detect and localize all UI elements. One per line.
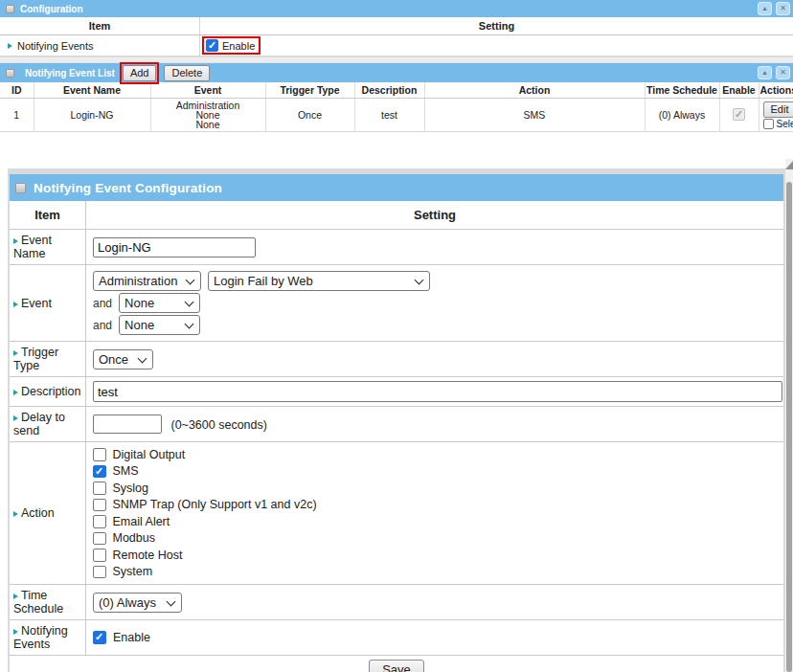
delay-input[interactable] bbox=[93, 414, 162, 434]
dialog-notifying-events-label-cell: Notifying Events bbox=[10, 620, 86, 655]
configuration-panel-header: Configuration ▴ ✕ bbox=[0, 0, 793, 17]
cell-trigger-type: Once bbox=[265, 99, 354, 132]
close-icon[interactable]: ✕ bbox=[776, 2, 790, 15]
row-enable-checkbox bbox=[733, 108, 745, 121]
col-event-name: Event Name bbox=[34, 82, 150, 99]
scroll-up-icon[interactable] bbox=[785, 161, 793, 169]
event-select-line-3: and None bbox=[93, 315, 780, 335]
dialog-table-header: Item Setting bbox=[10, 201, 783, 230]
event-name-label-cell: Event Name bbox=[10, 230, 86, 264]
description-row: Description bbox=[10, 377, 783, 407]
row-select-checkbox[interactable] bbox=[763, 119, 774, 129]
event-and-select-1[interactable]: None bbox=[119, 293, 200, 313]
description-input[interactable] bbox=[93, 381, 782, 402]
panel-header-buttons: ▴ ✕ bbox=[758, 66, 790, 79]
configuration-table-header: Item Setting bbox=[0, 17, 793, 35]
description-label: Description bbox=[21, 385, 81, 398]
action-checkbox[interactable] bbox=[93, 499, 106, 512]
action-option: Remote Host bbox=[93, 547, 780, 564]
chevron-down-icon bbox=[167, 596, 176, 606]
event-name-row: Event Name bbox=[10, 230, 783, 265]
close-icon[interactable]: ✕ bbox=[776, 66, 790, 79]
action-checkbox[interactable] bbox=[93, 515, 106, 528]
time-schedule-row: Time Schedule (0) Always bbox=[10, 585, 783, 620]
row-arrow-icon bbox=[13, 390, 18, 395]
action-option: Syslog bbox=[93, 480, 780, 497]
add-button[interactable]: Add bbox=[123, 65, 157, 81]
and-label: and bbox=[93, 297, 112, 310]
delay-label-cell: Delay to send bbox=[10, 407, 86, 441]
col-actions: Actions bbox=[759, 82, 793, 99]
description-setting-cell bbox=[86, 377, 783, 406]
event-name-setting-cell bbox=[86, 234, 783, 261]
event-name-input[interactable] bbox=[93, 237, 256, 258]
row-arrow-icon bbox=[13, 238, 18, 244]
col-description: Description bbox=[354, 82, 424, 99]
save-row: Save bbox=[10, 656, 783, 672]
time-schedule-setting-cell: (0) Always bbox=[86, 589, 783, 616]
column-header-item: Item bbox=[0, 17, 200, 34]
event-category-select[interactable]: Administration bbox=[93, 271, 201, 291]
event-name-label: Event Name bbox=[13, 234, 52, 260]
action-option: Digital Output bbox=[93, 446, 780, 463]
delay-hint: (0~3600 seconds) bbox=[170, 418, 266, 432]
action-option: Email Alert bbox=[93, 513, 780, 530]
event-list-header-row: ID Event Name Event Trigger Type Descrip… bbox=[0, 82, 793, 99]
trigger-type-setting-cell: Once bbox=[86, 346, 783, 373]
table-row: 1 Login-NG Administration None None Once… bbox=[0, 99, 793, 132]
action-checkbox[interactable] bbox=[93, 549, 106, 562]
scrollbar-thumb[interactable] bbox=[786, 182, 792, 672]
notifying-events-enable-checkbox[interactable] bbox=[206, 39, 218, 52]
action-checkbox[interactable] bbox=[93, 566, 106, 579]
collapse-icon[interactable]: ▴ bbox=[758, 66, 772, 79]
panel-icon bbox=[6, 5, 14, 13]
notifying-event-list-panel: Notifying Event List Add Delete ▴ ✕ ID E… bbox=[0, 63, 793, 132]
edit-button[interactable]: Edit bbox=[763, 101, 793, 118]
action-checkbox[interactable] bbox=[93, 532, 106, 546]
select-value: None bbox=[125, 296, 154, 310]
delay-setting-cell: (0~3600 seconds) bbox=[86, 411, 783, 437]
enable-highlight-box: Enable bbox=[202, 36, 261, 55]
trigger-type-label: Trigger Type bbox=[13, 346, 58, 372]
chevron-down-icon bbox=[185, 320, 194, 329]
notifying-events-row: Notifying Events Enable bbox=[0, 35, 793, 56]
notifying-events-setting-cell: Enable bbox=[200, 35, 793, 56]
cell-enable bbox=[719, 99, 759, 132]
row-arrow-icon bbox=[13, 302, 18, 307]
event-row: Event Administration Login Fail by Web a… bbox=[10, 265, 783, 342]
action-setting-cell: Digital Output SMS Syslog SNMP Trap (Onl… bbox=[86, 442, 783, 584]
chevron-down-icon bbox=[138, 353, 147, 363]
column-header-setting: Setting bbox=[200, 17, 793, 34]
scrollbar[interactable] bbox=[785, 159, 793, 672]
select-checkbox-label: Select bbox=[777, 119, 793, 129]
action-option: SNMP Trap (Only Support v1 and v2c) bbox=[93, 497, 780, 514]
event-type-select[interactable]: Login Fail by Web bbox=[208, 271, 430, 291]
time-schedule-label: Time Schedule bbox=[13, 589, 63, 616]
action-row: Action Digital Output SMS Syslog SNMP Tr… bbox=[10, 442, 783, 585]
trigger-type-select[interactable]: Once bbox=[93, 349, 153, 370]
trigger-type-row: Trigger Type Once bbox=[10, 342, 783, 377]
save-button[interactable]: Save bbox=[369, 660, 424, 672]
chevron-down-icon bbox=[186, 276, 195, 285]
event-and-select-2[interactable]: None bbox=[119, 315, 200, 335]
select-row-control: Select bbox=[763, 119, 793, 129]
action-checkbox[interactable] bbox=[93, 448, 106, 461]
panel-icon bbox=[6, 69, 14, 78]
configuration-panel: Configuration ▴ ✕ Item Setting Notifying… bbox=[0, 0, 793, 56]
action-checkbox[interactable] bbox=[93, 482, 106, 495]
row-arrow-icon bbox=[13, 350, 18, 356]
select-value: None bbox=[125, 318, 154, 332]
action-option-label: System bbox=[113, 565, 153, 578]
action-checkbox[interactable] bbox=[93, 465, 106, 479]
action-option: System bbox=[93, 564, 780, 581]
col-action: Action bbox=[424, 82, 645, 99]
select-value: (0) Always bbox=[99, 595, 156, 610]
time-schedule-select[interactable]: (0) Always bbox=[93, 593, 182, 613]
dialog-enable-checkbox[interactable] bbox=[93, 631, 106, 644]
event-line: None bbox=[152, 120, 264, 129]
col-enable: Enable bbox=[719, 82, 759, 99]
notifying-event-configuration-dialog: Notifying Event Configuration Item Setti… bbox=[8, 168, 785, 672]
chevron-down-icon bbox=[415, 276, 424, 285]
collapse-icon[interactable]: ▴ bbox=[758, 2, 772, 15]
delete-button[interactable]: Delete bbox=[164, 65, 210, 81]
